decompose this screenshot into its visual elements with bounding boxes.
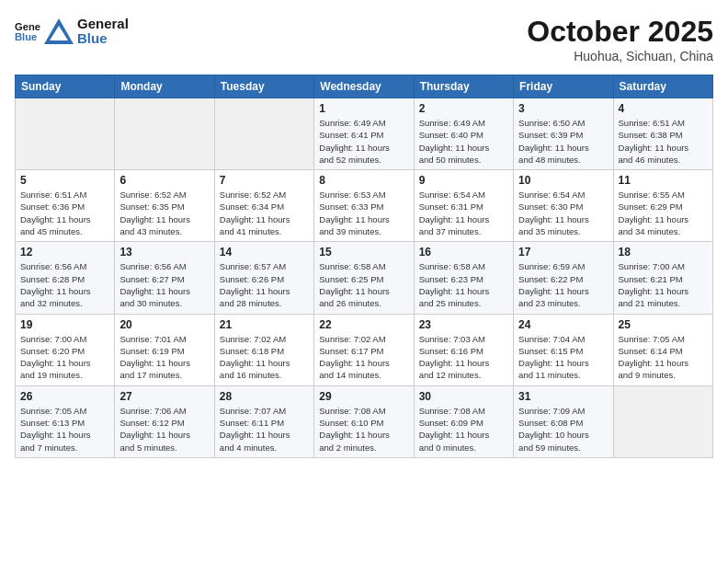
- logo-line2: Blue: [77, 31, 129, 47]
- weekday-header: Saturday: [613, 75, 712, 98]
- page-header: General Blue General Blue October 2025 H…: [15, 15, 713, 63]
- calendar-day-cell: 29Sunrise: 7:08 AM Sunset: 6:10 PM Dayli…: [314, 385, 414, 457]
- day-detail: Sunrise: 6:57 AM Sunset: 6:26 PM Dayligh…: [220, 260, 309, 309]
- day-number: 29: [319, 390, 408, 403]
- day-number: 15: [319, 246, 408, 259]
- day-number: 20: [119, 318, 209, 331]
- weekday-header: Sunday: [16, 75, 115, 98]
- day-number: 26: [20, 390, 109, 403]
- calendar-day-cell: 18Sunrise: 7:00 AM Sunset: 6:21 PM Dayli…: [613, 242, 712, 314]
- weekday-header: Tuesday: [214, 75, 313, 98]
- calendar-day-cell: 8Sunrise: 6:53 AM Sunset: 6:33 PM Daylig…: [314, 170, 414, 242]
- day-detail: Sunrise: 6:49 AM Sunset: 6:40 PM Dayligh…: [419, 117, 508, 166]
- day-detail: Sunrise: 6:54 AM Sunset: 6:31 PM Dayligh…: [419, 189, 508, 237]
- calendar-day-cell: 7Sunrise: 6:52 AM Sunset: 6:34 PM Daylig…: [214, 170, 313, 242]
- day-detail: Sunrise: 7:05 AM Sunset: 6:13 PM Dayligh…: [20, 405, 109, 454]
- calendar-day-cell: 20Sunrise: 7:01 AM Sunset: 6:19 PM Dayli…: [115, 314, 214, 385]
- day-detail: Sunrise: 7:02 AM Sunset: 6:18 PM Dayligh…: [220, 333, 309, 382]
- calendar-day-cell: 31Sunrise: 7:09 AM Sunset: 6:08 PM Dayli…: [514, 385, 613, 457]
- calendar-table: SundayMondayTuesdayWednesdayThursdayFrid…: [15, 75, 713, 458]
- day-number: 18: [619, 246, 708, 259]
- title-block: October 2025 Huohua, Sichuan, China: [527, 15, 713, 63]
- day-detail: Sunrise: 7:08 AM Sunset: 6:10 PM Dayligh…: [319, 405, 408, 454]
- day-number: 2: [419, 102, 508, 115]
- calendar-day-cell: 27Sunrise: 7:06 AM Sunset: 6:12 PM Dayli…: [115, 385, 214, 457]
- calendar-day-cell: 22Sunrise: 7:02 AM Sunset: 6:17 PM Dayli…: [314, 314, 414, 385]
- svg-text:Blue: Blue: [15, 31, 37, 42]
- weekday-header: Friday: [514, 75, 613, 98]
- day-number: 6: [119, 174, 209, 187]
- calendar-day-cell: 9Sunrise: 6:54 AM Sunset: 6:31 PM Daylig…: [414, 170, 513, 242]
- calendar-day-cell: 17Sunrise: 6:59 AM Sunset: 6:22 PM Dayli…: [514, 242, 613, 314]
- day-number: 30: [419, 390, 508, 403]
- calendar-day-cell: 26Sunrise: 7:05 AM Sunset: 6:13 PM Dayli…: [16, 385, 115, 457]
- logo-icon: General Blue: [15, 18, 40, 44]
- day-detail: Sunrise: 6:59 AM Sunset: 6:22 PM Dayligh…: [518, 260, 608, 309]
- day-number: 19: [20, 318, 109, 331]
- day-detail: Sunrise: 7:03 AM Sunset: 6:16 PM Dayligh…: [419, 333, 508, 382]
- day-number: 27: [119, 390, 209, 403]
- weekday-header: Monday: [115, 75, 214, 98]
- day-number: 7: [220, 174, 309, 187]
- day-detail: Sunrise: 7:00 AM Sunset: 6:20 PM Dayligh…: [20, 333, 109, 382]
- calendar-day-cell: [16, 98, 115, 170]
- day-detail: Sunrise: 7:09 AM Sunset: 6:08 PM Dayligh…: [518, 405, 608, 454]
- day-detail: Sunrise: 7:04 AM Sunset: 6:15 PM Dayligh…: [518, 333, 608, 382]
- day-detail: Sunrise: 6:51 AM Sunset: 6:38 PM Dayligh…: [619, 117, 708, 166]
- calendar-day-cell: 25Sunrise: 7:05 AM Sunset: 6:14 PM Dayli…: [613, 314, 712, 385]
- calendar-day-cell: 15Sunrise: 6:58 AM Sunset: 6:25 PM Dayli…: [314, 242, 414, 314]
- calendar-day-cell: 1Sunrise: 6:49 AM Sunset: 6:41 PM Daylig…: [314, 98, 414, 170]
- day-detail: Sunrise: 6:58 AM Sunset: 6:25 PM Dayligh…: [319, 260, 408, 309]
- day-number: 8: [319, 174, 408, 187]
- day-detail: Sunrise: 6:55 AM Sunset: 6:29 PM Dayligh…: [619, 189, 708, 237]
- calendar-day-cell: [214, 98, 313, 170]
- calendar-day-cell: 4Sunrise: 6:51 AM Sunset: 6:38 PM Daylig…: [613, 98, 712, 170]
- calendar-week-row: 12Sunrise: 6:56 AM Sunset: 6:28 PM Dayli…: [16, 242, 713, 314]
- calendar-day-cell: 14Sunrise: 6:57 AM Sunset: 6:26 PM Dayli…: [214, 242, 313, 314]
- calendar-day-cell: 6Sunrise: 6:52 AM Sunset: 6:35 PM Daylig…: [115, 170, 214, 242]
- calendar-day-cell: 23Sunrise: 7:03 AM Sunset: 6:16 PM Dayli…: [414, 314, 513, 385]
- calendar-day-cell: 16Sunrise: 6:58 AM Sunset: 6:23 PM Dayli…: [414, 242, 513, 314]
- day-number: 3: [518, 102, 608, 115]
- day-number: 24: [518, 318, 608, 331]
- day-detail: Sunrise: 6:58 AM Sunset: 6:23 PM Dayligh…: [419, 260, 508, 309]
- calendar-day-cell: 10Sunrise: 6:54 AM Sunset: 6:30 PM Dayli…: [514, 170, 613, 242]
- calendar-week-row: 5Sunrise: 6:51 AM Sunset: 6:36 PM Daylig…: [16, 170, 713, 242]
- weekday-header: Thursday: [414, 75, 513, 98]
- day-number: 10: [518, 174, 608, 187]
- calendar-day-cell: 21Sunrise: 7:02 AM Sunset: 6:18 PM Dayli…: [214, 314, 313, 385]
- day-number: 14: [220, 246, 309, 259]
- day-detail: Sunrise: 6:54 AM Sunset: 6:30 PM Dayligh…: [518, 189, 608, 237]
- calendar-day-cell: [613, 385, 712, 457]
- calendar-day-cell: 24Sunrise: 7:04 AM Sunset: 6:15 PM Dayli…: [514, 314, 613, 385]
- calendar-day-cell: 2Sunrise: 6:49 AM Sunset: 6:40 PM Daylig…: [414, 98, 513, 170]
- logo-triangle-icon: [42, 15, 75, 48]
- day-number: 16: [419, 246, 508, 259]
- day-detail: Sunrise: 7:06 AM Sunset: 6:12 PM Dayligh…: [119, 405, 209, 454]
- calendar-week-row: 1Sunrise: 6:49 AM Sunset: 6:41 PM Daylig…: [16, 98, 713, 170]
- logo-line1: General: [77, 17, 129, 32]
- calendar-week-row: 26Sunrise: 7:05 AM Sunset: 6:13 PM Dayli…: [16, 385, 713, 457]
- svg-text:General: General: [15, 21, 40, 32]
- logo: General Blue General Blue: [15, 15, 129, 48]
- day-detail: Sunrise: 6:49 AM Sunset: 6:41 PM Dayligh…: [319, 117, 408, 166]
- day-number: 31: [518, 390, 608, 403]
- day-number: 21: [220, 318, 309, 331]
- calendar-day-cell: 3Sunrise: 6:50 AM Sunset: 6:39 PM Daylig…: [514, 98, 613, 170]
- calendar-day-cell: 30Sunrise: 7:08 AM Sunset: 6:09 PM Dayli…: [414, 385, 513, 457]
- day-number: 23: [419, 318, 508, 331]
- calendar-day-cell: 19Sunrise: 7:00 AM Sunset: 6:20 PM Dayli…: [16, 314, 115, 385]
- day-number: 28: [220, 390, 309, 403]
- day-detail: Sunrise: 7:05 AM Sunset: 6:14 PM Dayligh…: [619, 333, 708, 382]
- day-number: 25: [619, 318, 708, 331]
- location-subtitle: Huohua, Sichuan, China: [527, 49, 713, 63]
- day-detail: Sunrise: 7:00 AM Sunset: 6:21 PM Dayligh…: [619, 260, 708, 309]
- day-detail: Sunrise: 6:56 AM Sunset: 6:27 PM Dayligh…: [119, 260, 209, 309]
- day-number: 1: [319, 102, 408, 115]
- day-detail: Sunrise: 7:01 AM Sunset: 6:19 PM Dayligh…: [119, 333, 209, 382]
- day-number: 13: [119, 246, 209, 259]
- calendar-header-row: SundayMondayTuesdayWednesdayThursdayFrid…: [16, 75, 713, 98]
- day-number: 5: [20, 174, 109, 187]
- calendar-day-cell: 12Sunrise: 6:56 AM Sunset: 6:28 PM Dayli…: [16, 242, 115, 314]
- day-detail: Sunrise: 6:52 AM Sunset: 6:35 PM Dayligh…: [119, 189, 209, 237]
